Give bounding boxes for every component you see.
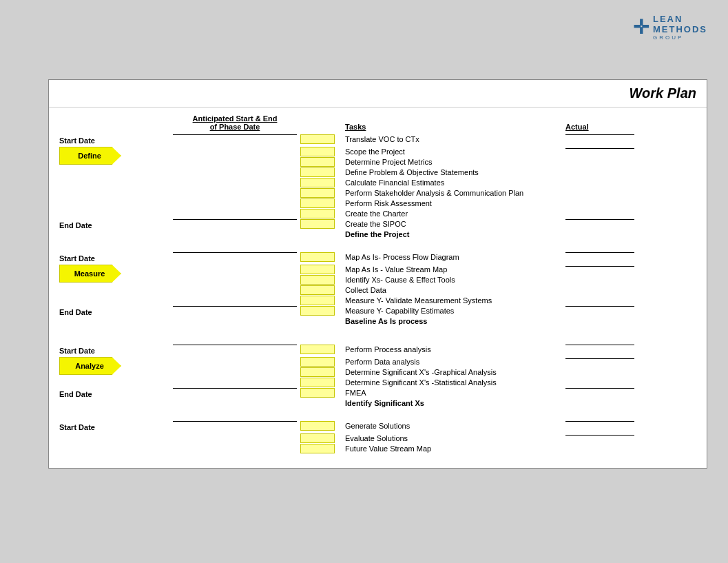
task-item: Create the SIPOC — [345, 219, 552, 229]
analyze-bar-1 — [300, 345, 335, 354]
analyze-actual-end — [552, 388, 655, 391]
logo-lean: LEAN — [653, 14, 707, 24]
define-end-label: End Date — [59, 221, 92, 229]
divider-2 — [59, 334, 696, 339]
analyze-phase: Start Date Perform Process analysis — [59, 345, 696, 409]
improve-start-label: Start Date — [59, 423, 95, 431]
analyze-end-label-col: End Date — [59, 388, 169, 400]
actual-line — [565, 358, 634, 359]
measure-bar-3 — [300, 275, 335, 285]
define-bar-6 — [300, 188, 335, 198]
task-item: Evaluate Solutions — [345, 433, 552, 444]
measure-bars-end — [300, 306, 338, 316]
improve-bar-3 — [300, 444, 335, 453]
define-bar-8 — [300, 209, 335, 218]
work-plan-title: Work Plan — [630, 85, 696, 101]
actual-line — [565, 252, 634, 253]
analyze-end-line — [173, 388, 297, 389]
measure-bar-5 — [300, 296, 335, 305]
improve-bars-start — [300, 421, 338, 431]
define-bar-2 — [300, 147, 335, 156]
improve-bar-1 — [300, 421, 335, 431]
improve-actual-mid — [552, 433, 655, 438]
improve-arrow-col — [59, 433, 169, 446]
define-bars-mid — [300, 147, 338, 218]
task-summary: Baseline As Is process — [345, 316, 552, 327]
task-item: Determine Project Metrics — [345, 157, 552, 167]
improve-tasks-1: Generate Solutions — [338, 421, 552, 431]
define-bar-1 — [300, 134, 335, 144]
task-item: Map As Is- Process Flow Diagram — [345, 252, 552, 263]
measure-end-row: End Date Measure Y- Capability Estimates… — [59, 306, 696, 327]
divider-1 — [59, 247, 696, 252]
task-item: Generate Solutions — [345, 421, 552, 431]
col-actual-header: Actual — [552, 123, 634, 131]
analyze-bar-3 — [300, 367, 335, 377]
measure-bar-2 — [300, 265, 335, 274]
task-item: Calculate Financial Estimates — [345, 178, 552, 188]
analyze-tasks-mid: Perform Data analysis Determine Signific… — [338, 357, 552, 388]
analyze-bars-end — [300, 388, 338, 398]
task-item: Define Problem & Objective Statements — [345, 167, 552, 178]
measure-bar-6 — [300, 306, 335, 316]
improve-start-label-col: Start Date — [59, 421, 169, 433]
logo-group: GROUP — [653, 34, 707, 41]
define-bar-9 — [300, 219, 335, 229]
actual-line — [565, 388, 634, 389]
define-middle-rows: Define Scope the Project Deter — [59, 147, 696, 219]
define-bars-start — [300, 134, 338, 144]
define-bar-4 — [300, 167, 335, 177]
define-arrow-col: Define — [59, 147, 169, 165]
measure-actual-mid — [552, 265, 655, 269]
task-item: FMEA — [345, 388, 552, 398]
analyze-end-date-line — [169, 388, 300, 391]
analyze-middle-rows: Analyze Perform Data analysis Determine … — [59, 357, 696, 388]
define-actual-end — [552, 219, 655, 223]
task-item: Identify Xs- Cause & Effect Tools — [345, 275, 552, 285]
logo-text: LEAN METHODS GROUP — [653, 14, 707, 41]
measure-start-label: Start Date — [59, 254, 95, 263]
analyze-start-line — [173, 345, 297, 345]
task-item: Scope the Project — [345, 147, 552, 157]
task-item: Perform Process analysis — [345, 345, 552, 355]
tasks-header: Tasks — [345, 123, 366, 131]
dates-header-line1: Anticipated Start & End — [193, 114, 278, 123]
define-bar-5 — [300, 178, 335, 187]
analyze-bar-2 — [300, 357, 335, 367]
task-item: Measure Y- Validate Measurement Systems — [345, 296, 552, 306]
logo-icon: ✛ — [633, 18, 649, 37]
task-item: Future Value Stream Map — [345, 444, 552, 454]
define-end-label-col: End Date — [59, 219, 169, 232]
measure-end-line — [173, 306, 297, 307]
analyze-actual-1 — [552, 345, 655, 348]
measure-end-label-col: End Date — [59, 306, 169, 318]
actual-line — [565, 148, 634, 149]
divider-3 — [59, 339, 696, 345]
col-dates-header: Anticipated Start & End of Phase Date — [169, 114, 300, 131]
define-start-row: Start Date Translate VOC to CTx — [59, 134, 696, 147]
define-actual-1 — [552, 134, 655, 138]
actual-line — [565, 306, 634, 307]
measure-end-label: End Date — [59, 308, 92, 316]
define-arrow: Define — [59, 147, 121, 165]
analyze-bars-start — [300, 345, 338, 354]
logo-area: ✛ LEAN METHODS GROUP — [633, 14, 707, 41]
divider-4 — [59, 416, 696, 421]
measure-actual-1 — [552, 252, 655, 256]
measure-tasks-mid: Map As Is - Value Stream Map Identify Xs… — [338, 265, 552, 306]
define-start-label-col: Start Date — [59, 134, 169, 147]
measure-arrow-col: Measure — [59, 265, 169, 283]
define-start-label: Start Date — [59, 136, 95, 145]
header-row: Anticipated Start & End of Phase Date Ta… — [59, 114, 696, 131]
analyze-tasks-1: Perform Process analysis — [338, 345, 552, 355]
improve-middle-rows: Evaluate Solutions Future Value Stream M… — [59, 433, 696, 454]
logo-cross-icon: ✛ — [633, 18, 649, 37]
task-item: Collect Data — [345, 285, 552, 296]
define-bar-3 — [300, 157, 335, 167]
analyze-bar-5 — [300, 388, 335, 398]
col-tasks-header: Tasks — [338, 123, 552, 131]
task-item: Perform Risk Assessment — [345, 198, 552, 209]
analyze-actual-mid — [552, 357, 655, 362]
analyze-bar-4 — [300, 378, 335, 387]
actual-line — [565, 435, 634, 436]
